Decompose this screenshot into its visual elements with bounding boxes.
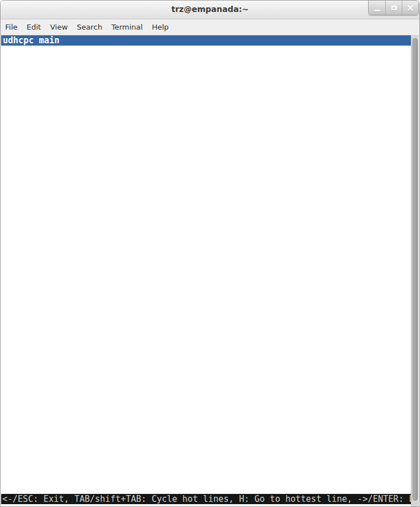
asm-row: 0.00 : 80530c1: mov 0x1c(%esp),%esi xyxy=(1,209,411,219)
sample-percentage: 0.00 xyxy=(23,321,64,321)
asm-row: 7.41 : 805307c: jne 80531aa <fchmod@plt+… xyxy=(1,56,411,66)
sample-percentage: 0.00 xyxy=(23,392,64,392)
sample-percentage: 0.00 xyxy=(23,331,64,332)
asm-row: 0.00 : 80530e1: jg 80530f8 <fchmod@plt+0… xyxy=(1,291,411,301)
menubar: File Edit View Search Terminal Help xyxy=(1,19,419,35)
asm-row: 0.00 : 8053116: call 808bfff <fchmod@plt… xyxy=(1,444,411,454)
asm-row: 0.00 : 80530ad: mov %ebp,(%esp) xyxy=(1,168,411,178)
sample-percentage: 0.00 xyxy=(23,372,64,373)
menu-edit[interactable]: Edit xyxy=(22,21,46,34)
sample-percentage: 3.70 xyxy=(23,443,64,444)
minimize-button[interactable] xyxy=(369,1,385,15)
menu-view[interactable]: View xyxy=(46,21,72,34)
sample-percentage: 0.00 xyxy=(23,167,64,168)
asm-row: 0.00 : 8053106: call 80862ea <fchmod@plt… xyxy=(1,403,411,413)
window-controls xyxy=(368,1,419,15)
sample-percentage: 0.00 xyxy=(23,382,64,382)
asm-row: 0.00 : 80530d5: mov %esi,(%esp) xyxy=(1,250,411,260)
sample-percentage: 0.00 xyxy=(23,341,64,342)
asm-row: 14.81 : 805310b: mov $0x1,%eax xyxy=(1,413,411,423)
sample-percentage: 0.00 xyxy=(23,116,64,117)
sample-percentage: 14.81 xyxy=(23,423,64,423)
sample-percentage: 0.00 xyxy=(23,147,64,148)
asm-row: 0.00 : 8053092: mov 0x18(%esp),%eax xyxy=(1,107,411,117)
maximize-button[interactable] xyxy=(385,1,402,15)
sample-percentage: 3.70 xyxy=(23,474,64,475)
sample-percentage: 7.41 xyxy=(23,66,64,66)
asm-row: 0.00 : 80530b5: mov 0x80d3988,%esi xyxy=(1,189,411,199)
asm-row: 0.00 : 805308f: mov 0x48(%ebx),%esi xyxy=(1,97,411,107)
asm-row: 0.00 : 805308a: mov $0x1000,%edi xyxy=(1,87,411,97)
asm-row: 3.70 : 805307a: test %cl,%cl xyxy=(1,46,411,56)
asm-row: 0.00 : 80530e3: mov 0x80d3988,%esi xyxy=(1,301,411,311)
asm-row: 0.00 : 805309b: mov $0x1,%edx xyxy=(1,127,411,137)
menu-help[interactable]: Help xyxy=(147,21,173,34)
titlebar[interactable]: trz@empanada:~ xyxy=(1,1,419,19)
sample-percentage: 3.70 xyxy=(23,239,64,240)
function-header: udhcpc main xyxy=(1,35,411,46)
sample-percentage: 0.00 xyxy=(23,412,64,413)
sample-percentage: 0.00 xyxy=(23,229,64,230)
sample-percentage: 0.00 xyxy=(23,362,64,362)
asm-row: 0.00 : 80530fb: mov %esi,%ecx xyxy=(1,362,411,373)
asm-row: 0.00 : 8053082: lea 0x28(%esp),%esi xyxy=(1,66,411,76)
sample-percentage: 3.70 xyxy=(23,55,64,56)
menu-search[interactable]: Search xyxy=(72,21,107,34)
asm-row: 0.00 : 80530e9: cmpl $0xb,(%esi) xyxy=(1,311,411,321)
asm-row: 0.00 : 80530ec: jne 8053210 <fchmod@plt+… xyxy=(1,321,411,332)
asm-row: 0.00 : 8053103: sar $0x1f,%edi xyxy=(1,392,411,403)
terminal-screen[interactable]: udhcpc main 3.70 : 805307a: test %cl,%cl… xyxy=(1,35,419,506)
sample-percentage: 0.00 xyxy=(23,402,64,403)
sample-percentage: 0.00 xyxy=(23,259,64,260)
sample-percentage: 0.00 xyxy=(23,464,64,464)
asm-row: 0.00 : 80530fd: mov %esi,%edi xyxy=(1,373,411,383)
sample-percentage: 0.00 xyxy=(23,433,64,434)
asm-row: 0.00 : 80530f2: movzbl 0x55(%ebx),%ecx xyxy=(1,332,411,342)
close-button[interactable] xyxy=(402,1,418,15)
menu-terminal[interactable]: Terminal xyxy=(107,21,147,34)
asm-area: udhcpc main 3.70 : 805307a: test %cl,%cl… xyxy=(1,35,411,495)
sample-percentage: 0.00 xyxy=(23,86,64,87)
scrollbar-thumb[interactable] xyxy=(413,38,418,501)
sample-percentage: 29.63 xyxy=(23,280,64,280)
asm-row: 0.00 : 80530df: mov %eax,%esi xyxy=(1,280,411,291)
sample-percentage: 0.00 xyxy=(23,76,64,76)
asm-row: 0.00 : 80530a7: je 80531e2 <fchmod@plt+0… xyxy=(1,158,411,168)
asm-row: 0.00 : 8053086: mov %esi,0x18(%esp) xyxy=(1,76,411,87)
sample-percentage: 0.00 xyxy=(23,484,64,485)
sample-percentage: 0.00 xyxy=(23,453,64,454)
sample-percentage: 0.00 xyxy=(23,178,64,178)
sample-percentage: 3.70 xyxy=(23,126,64,127)
asm-row: 0.00 : 80530ff: mov 0x1c(%esp),%edx xyxy=(1,382,411,392)
sample-percentage: 0.00 xyxy=(23,269,64,270)
asm-row: 0.00 : 8053121: je 805308a <fchmod@plt+0… xyxy=(1,475,411,485)
asm-row: 0.00 : 80530f6: jmp 805307a <fchmod@plt+… xyxy=(1,342,411,352)
asm-row: 0.00 : 8053110: add %esi,0x10(%ebx) xyxy=(1,423,411,434)
asm-row: 0.00 : 805311b: movzbl 0x55(%ebx),%ecx xyxy=(1,454,411,464)
scrollbar[interactable] xyxy=(411,35,419,506)
sample-percentage: 0.00 xyxy=(23,249,64,250)
sample-percentage: 0.00 xyxy=(23,198,64,199)
sample-percentage: 0.00 xyxy=(23,310,64,311)
asm-row: 3.70 : 80530b0: call 804bf10 <clearerr@p… xyxy=(1,178,411,189)
status-bar: <-/ESC: Exit, TAB/shift+TAB: Cycle hot l… xyxy=(1,494,411,504)
asm-row: 0.00 : 80530d8: call 804b5c0 <fread@plt> xyxy=(1,260,411,270)
asm-row: 11.11 : 80530a5: test %eax,%eax xyxy=(1,148,411,158)
asm-row: 0.00 : 80530cd: movl $0x1,0x4(%esp) xyxy=(1,240,411,250)
asm-row: 0.00 : 80530c5: mov %ebp,0xc(%esp) xyxy=(1,219,411,230)
sample-percentage: 0.00 xyxy=(23,219,64,219)
close-icon xyxy=(407,5,413,11)
asm-row: 3.70 : 8053096: mov $0x3e8,%ecx xyxy=(1,117,411,127)
sample-percentage: 3.70 xyxy=(23,188,64,189)
asm-row: 0.00 : 80530bb: movl $0x0,(%esi) xyxy=(1,199,411,209)
minimize-icon xyxy=(374,10,380,11)
maximize-icon xyxy=(392,6,397,10)
menu-file[interactable]: File xyxy=(1,21,22,34)
asm-row: 29.63 : 80530dd: test %eax,%eax xyxy=(1,270,411,280)
asm-row: 0.00 : 80530a0: call 80ac1b5 <fchmod@plt… xyxy=(1,137,411,148)
sample-percentage: 0.00 xyxy=(23,137,64,137)
terminal-window: trz@empanada:~ File Edit View Search Ter… xyxy=(0,0,420,507)
sample-percentage: 0.00 xyxy=(23,208,64,209)
sample-percentage: 0.00 xyxy=(23,351,64,352)
asm-row: 3.70 : 805311f: test %cl,%cl xyxy=(1,464,411,475)
